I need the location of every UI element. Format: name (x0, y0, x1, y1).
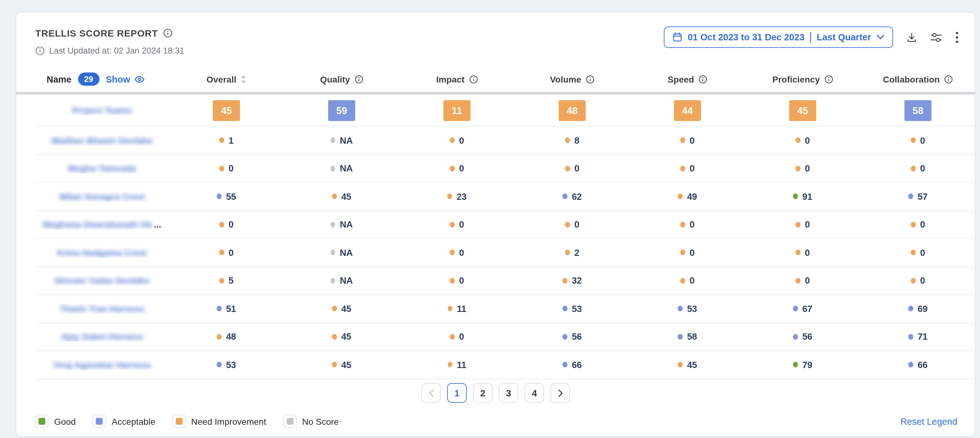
score-value: 0 (690, 135, 695, 146)
info-icon[interactable] (824, 75, 833, 83)
legend-item-no-score[interactable]: No Score (283, 415, 339, 428)
score-cell: NA (284, 276, 399, 286)
member-name-link[interactable]: Megha Tamvada (68, 164, 136, 174)
score-value: 0 (459, 332, 464, 342)
score-dot (331, 278, 336, 284)
member-name-cell: Thanh Tran Harness (35, 304, 169, 314)
score-dot (217, 306, 222, 312)
score-dot (331, 166, 336, 171)
score-dot (217, 334, 222, 340)
member-name-link[interactable]: Project Teams (72, 105, 132, 115)
page-title: TRELLIS SCORE REPORT (35, 28, 158, 38)
member-name-link[interactable]: Shivam Yadav Devlabs (54, 276, 150, 286)
info-icon[interactable] (354, 75, 363, 83)
column-header-overall[interactable]: Overall (169, 74, 284, 84)
score-value: NA (340, 164, 353, 174)
column-header-impact: Impact (399, 74, 515, 84)
table-row: Shivam Yadav Devlabs5NA032000 (35, 267, 975, 295)
info-icon[interactable] (586, 75, 595, 83)
score-value: 66 (918, 360, 928, 370)
legend-bar: GoodAcceptableNeed ImprovementNo Score R… (35, 415, 957, 428)
pagination-page-1[interactable]: 1 (447, 383, 467, 403)
pagination: 1234 (16, 383, 975, 403)
score-value: 56 (802, 332, 812, 342)
score-cell: NA (284, 220, 399, 230)
score-dot (678, 334, 683, 340)
score-cell: 0 (745, 276, 860, 286)
score-value: 0 (574, 164, 579, 174)
score-dot (332, 334, 337, 340)
member-name-link[interactable]: Madhav Bhasin Devlabs (52, 135, 153, 146)
score-cell: 49 (630, 191, 745, 202)
score-dot (796, 250, 800, 256)
score-cell: 53 (515, 304, 630, 314)
table-row: Project Teams45591148444558 (35, 94, 975, 127)
legend-swatch (283, 415, 296, 428)
name-ellipsis: ... (154, 220, 161, 230)
info-icon[interactable] (698, 75, 707, 83)
score-value: 0 (805, 248, 810, 258)
score-value: 57 (918, 191, 928, 202)
score-value: 67 (802, 304, 812, 314)
member-name-link[interactable]: Viraj Agavekar Harness (53, 360, 151, 370)
score-dot (450, 278, 455, 284)
info-icon[interactable] (469, 75, 478, 83)
score-cell: 0 (399, 332, 515, 342)
eye-icon (134, 75, 145, 83)
column-label: Quality (320, 74, 350, 84)
score-cell: 48 (515, 100, 630, 121)
score-cell: 11 (399, 360, 515, 370)
pagination-page-4[interactable]: 4 (525, 383, 544, 403)
score-cell: 11 (399, 304, 515, 314)
score-cell: 66 (860, 360, 975, 370)
pagination-page-3[interactable]: 3 (499, 383, 518, 403)
score-dot (563, 194, 568, 199)
chevron-down-icon (877, 35, 884, 40)
member-name-link[interactable]: Krina Hadgama Crest (57, 248, 147, 258)
legend-item-good[interactable]: Good (35, 415, 76, 428)
legend-item-need-improvement[interactable]: Need Improvement (172, 415, 266, 428)
score-cell: 1 (169, 135, 284, 146)
date-range-picker[interactable]: 01 Oct 2023 to 31 Dec 2023 Last Quarter (664, 27, 893, 48)
member-name-link[interactable]: Ajay Saket Harness (61, 332, 143, 342)
score-dot (565, 250, 570, 256)
score-cell: 0 (399, 164, 515, 174)
score-value: 48 (226, 332, 236, 342)
info-icon[interactable] (944, 75, 953, 83)
score-value: 51 (226, 304, 236, 314)
score-value: 53 (687, 304, 697, 314)
sort-icon[interactable] (240, 75, 246, 83)
score-cell: 8 (515, 135, 630, 146)
show-names-toggle[interactable]: Show (106, 74, 145, 84)
score-cell: 56 (515, 332, 630, 342)
legend-label: Acceptable (112, 416, 156, 426)
score-cell: 45 (284, 332, 399, 342)
info-icon[interactable] (163, 29, 172, 38)
score-value: 91 (802, 191, 812, 202)
score-value: 0 (229, 220, 234, 230)
score-value: 0 (690, 248, 695, 258)
score-dot (220, 138, 224, 143)
member-count-badge: 29 (78, 72, 100, 86)
score-value: 32 (572, 276, 582, 286)
settings-button[interactable] (930, 32, 942, 43)
score-value: 11 (457, 304, 466, 314)
reset-legend-link[interactable]: Reset Legend (900, 416, 957, 426)
pagination-next-button[interactable] (550, 383, 570, 403)
score-cell: 0 (630, 135, 745, 146)
score-cell: 69 (860, 304, 975, 314)
score-value: 45 (341, 304, 351, 314)
member-name-link[interactable]: Thanh Tran Harness (59, 304, 144, 314)
download-button[interactable] (906, 32, 917, 43)
more-options-button[interactable] (955, 31, 959, 43)
member-name-link[interactable]: Meghana Dwarakanath Ha (43, 220, 152, 230)
score-dot (331, 222, 336, 228)
pagination-page-2[interactable]: 2 (473, 383, 493, 403)
sliders-icon (930, 32, 942, 43)
member-name-link[interactable]: Milan Sonagra Crest (59, 191, 145, 202)
pagination-prev-button[interactable] (422, 383, 441, 403)
page: TRELLIS SCORE REPORT Last Updated at: 02… (0, 0, 980, 438)
legend-item-acceptable[interactable]: Acceptable (93, 415, 156, 428)
column-label: Volume (550, 74, 581, 84)
table-header-row: Name 29 Show OverallQualityImpactVolumeS… (35, 66, 975, 92)
